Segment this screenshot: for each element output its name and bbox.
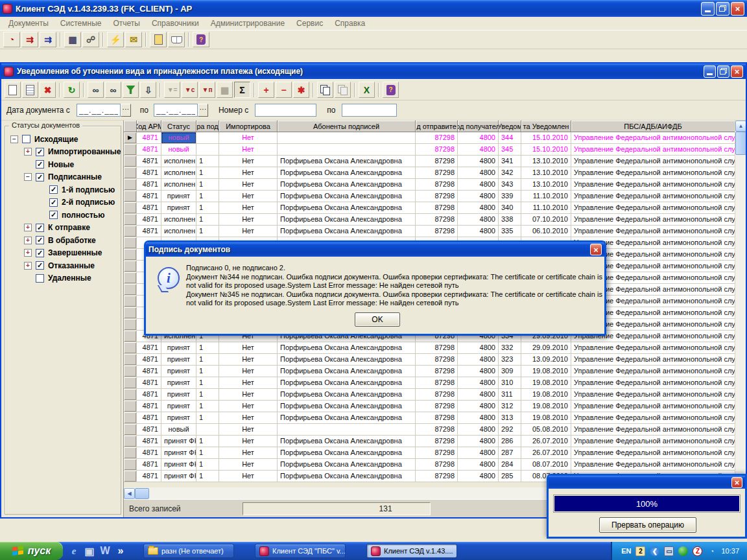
cell-imp[interactable]: Нет	[219, 179, 278, 191]
row-selector-cell[interactable]	[124, 331, 137, 342]
cell-n[interactable]: 335	[499, 226, 521, 237]
column-header-num[interactable]: ра под	[196, 121, 219, 132]
cell-date[interactable]: 19.08.2010	[521, 366, 571, 377]
cell-abonent[interactable]: Порфирьева Оксана Александровна	[278, 377, 416, 389]
cell-abonent[interactable]: Порфирьева Оксана Александровна	[278, 179, 416, 191]
cell-imp[interactable]: Нет	[219, 471, 278, 482]
tree-item-label[interactable]: 1-й подписью	[62, 185, 115, 194]
cell-pbs[interactable]: Управление Федеральной антимонопольной с…	[571, 191, 735, 202]
tree-checkbox[interactable]: ✓	[36, 236, 44, 244]
cell-arm[interactable]: 4871	[137, 156, 161, 167]
cell-snd[interactable]: 87298	[416, 144, 458, 156]
cell-imp[interactable]: Нет	[219, 459, 278, 471]
cell-date[interactable]: 29.09.2010	[521, 342, 571, 354]
cell-num[interactable]: 1	[196, 214, 219, 226]
tree-item-label[interactable]: Удаленные	[48, 274, 91, 283]
column-header-pbs[interactable]: ПБС/АДБ/АИФДБ	[571, 121, 735, 132]
cell-arm[interactable]: 4871	[137, 401, 161, 412]
cell-rcv[interactable]: 4800	[458, 366, 499, 377]
column-header-n[interactable]: Уведом	[499, 121, 521, 132]
tree-expander-icon[interactable]: +	[24, 262, 32, 270]
taskbar-button-3[interactable]: Клиент СЭД v.1.43....	[366, 544, 457, 558]
cell-date[interactable]: 13.10.2010	[521, 156, 571, 167]
cell-arm[interactable]: 4871	[137, 191, 161, 202]
cell-abonent[interactable]: Порфирьева Оксана Александровна	[278, 191, 416, 202]
ie-icon[interactable]: e	[68, 545, 80, 557]
number-from-input[interactable]	[255, 104, 316, 117]
row-selector-cell[interactable]	[124, 261, 137, 272]
cell-abonent[interactable]: Порфирьева Оксана Александровна	[278, 226, 416, 237]
cell-n[interactable]: 344	[499, 132, 521, 144]
cell-arm[interactable]: 4871	[137, 377, 161, 389]
filter-icon[interactable]	[123, 82, 139, 98]
cell-pbs[interactable]: Управление Федеральной антимонопольной с…	[571, 447, 735, 459]
progress-close-button[interactable]: ×	[731, 477, 742, 488]
scroll-left-button[interactable]: ◀	[124, 488, 135, 499]
cell-num[interactable]: 1	[196, 354, 219, 366]
row-selector-cell[interactable]	[124, 319, 137, 331]
tree-item-label[interactable]: К отправке	[48, 223, 90, 232]
menu-item-отчеты[interactable]: Отчеты	[107, 18, 145, 29]
cell-pbs[interactable]: Управление Федеральной антимонопольной с…	[571, 401, 735, 412]
scroll-up-button[interactable]: ▲	[735, 121, 746, 132]
cell-date[interactable]: 26.07.2010	[521, 447, 571, 459]
cell-date[interactable]: 15.10.2010	[521, 132, 571, 144]
row-selector-cell[interactable]	[124, 191, 137, 202]
cell-snd[interactable]: 87298	[416, 424, 458, 436]
cell-status[interactable]: принят ФК	[161, 471, 196, 482]
cell-n[interactable]: 284	[499, 459, 521, 471]
cell-status[interactable]: новый	[161, 424, 196, 436]
ok-button[interactable]: OK	[355, 312, 400, 327]
help-book-icon[interactable]: ?	[193, 32, 209, 47]
tree-checkbox[interactable]	[36, 274, 44, 283]
scheduler-icon[interactable]: ◔	[707, 546, 717, 556]
cell-num[interactable]: 1	[196, 366, 219, 377]
cell-rcv[interactable]: 4800	[458, 389, 499, 401]
cell-imp[interactable]: Нет	[219, 144, 278, 156]
date-to-picker-button[interactable]: ···	[198, 104, 208, 117]
cell-date[interactable]: 06.10.2010	[521, 226, 571, 237]
row-selector-cell[interactable]	[124, 156, 137, 167]
cell-snd[interactable]: 87298	[416, 412, 458, 424]
cell-n[interactable]: 309	[499, 366, 521, 377]
cell-num[interactable]: 1	[196, 226, 219, 237]
row-selector-cell[interactable]	[124, 214, 137, 226]
cell-pbs[interactable]: Управление Федеральной антимонопольной с…	[571, 459, 735, 471]
menu-item-администрирование[interactable]: Администрирование	[205, 18, 290, 29]
cell-date[interactable]: 05.08.2010	[521, 424, 571, 436]
close-button[interactable]: ×	[731, 2, 744, 16]
cell-snd[interactable]: 87298	[416, 214, 458, 226]
cell-date[interactable]: 15.10.2010	[521, 144, 571, 156]
excel-export-icon[interactable]: X	[359, 82, 375, 98]
table-row[interactable]: 4871принят1НетПорфирьева Оксана Александ…	[124, 412, 735, 424]
cell-arm[interactable]: 4871	[137, 132, 161, 144]
cell-num[interactable]: 1	[196, 202, 219, 214]
table-row[interactable]: 4871новыйНет87298480029205.08.2010Управл…	[124, 424, 735, 436]
cell-arm[interactable]: 4871	[137, 424, 161, 436]
child-titlebar[interactable]: Уведомления об уточнении вида и принадле…	[1, 64, 746, 79]
cell-pbs[interactable]: Управление Федеральной антимонопольной с…	[571, 156, 735, 167]
cell-num[interactable]: 1	[196, 412, 219, 424]
cell-arm[interactable]: 4871	[137, 144, 161, 156]
cell-pbs[interactable]: Управление Федеральной антимонопольной с…	[571, 167, 735, 179]
cell-status[interactable]: принят	[161, 401, 196, 412]
table-row[interactable]: 4871принят1НетПорфирьева Оксана Александ…	[124, 202, 735, 214]
cell-status[interactable]: принят	[161, 412, 196, 424]
cell-num[interactable]: 1	[196, 459, 219, 471]
row-selector-cell[interactable]	[124, 249, 137, 261]
date-from-input[interactable]	[77, 104, 121, 117]
cell-abonent[interactable]: Порфирьева Оксана Александровна	[278, 366, 416, 377]
cell-imp[interactable]: Нет	[219, 377, 278, 389]
vertical-scroll-thumb[interactable]	[735, 132, 746, 155]
cell-date[interactable]: 13.10.2010	[521, 179, 571, 191]
table-row[interactable]: 4871исполнен1НетПорфирьева Оксана Алекса…	[124, 156, 735, 167]
cell-pbs[interactable]: Управление Федеральной антимонопольной с…	[571, 412, 735, 424]
row-selector-cell[interactable]	[124, 459, 137, 471]
find-next-icon[interactable]: ∞	[105, 82, 121, 98]
cell-rcv[interactable]: 4800	[458, 156, 499, 167]
cell-date[interactable]: 26.07.2010	[521, 436, 571, 447]
cell-n[interactable]: 323	[499, 354, 521, 366]
row-selector-cell[interactable]	[124, 354, 137, 366]
import-documents-icon[interactable]: ⇉	[40, 32, 56, 47]
cell-rcv[interactable]: 4800	[458, 401, 499, 412]
